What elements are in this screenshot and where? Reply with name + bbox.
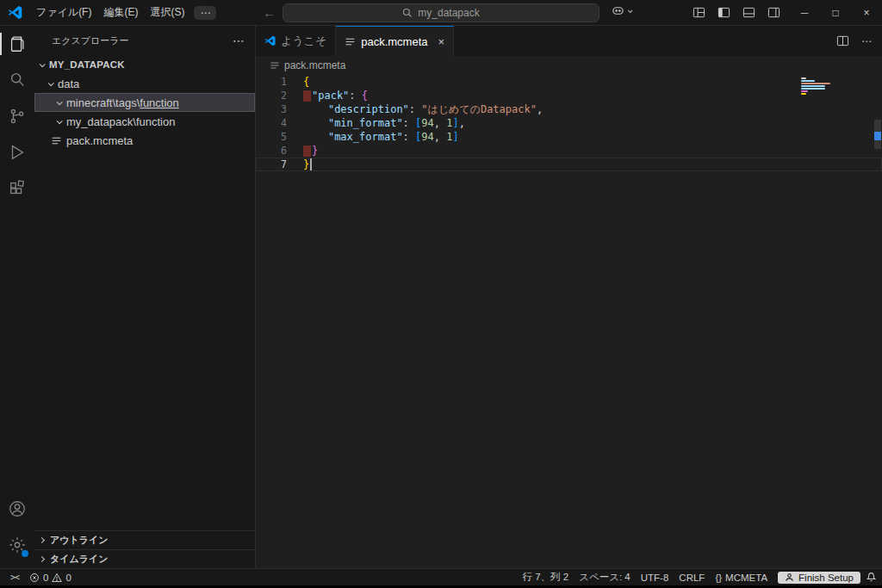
code-token [303, 103, 328, 115]
text-cursor [310, 158, 312, 170]
activity-bar-spacer [0, 207, 34, 491]
code-line[interactable]: 6} [256, 144, 882, 158]
code-line[interactable]: 1{ [256, 75, 882, 89]
minimap[interactable] [801, 77, 834, 96]
minimap-line [801, 80, 815, 82]
code-line[interactable]: 7} [256, 158, 882, 171]
code-token: "description" [328, 103, 409, 115]
code-token: : [349, 90, 361, 102]
copilot-button[interactable] [612, 4, 631, 17]
customize-layout-icon[interactable] [693, 6, 705, 19]
tab-pack-mcmeta[interactable]: pack.mcmeta × [336, 26, 454, 56]
breadcrumb[interactable]: pack.mcmeta [256, 56, 882, 75]
minimize-button[interactable]: ─ [789, 0, 820, 26]
language-mode[interactable]: {} MCMETA [710, 569, 773, 585]
minimap-line [801, 83, 830, 84]
line-content: { [287, 76, 309, 88]
source-control-icon[interactable] [0, 98, 34, 134]
maximize-button[interactable]: □ [820, 0, 851, 26]
account-icon[interactable] [0, 491, 34, 527]
code-token: } [312, 145, 318, 157]
line-number: 2 [256, 90, 287, 102]
toggle-panel-icon[interactable] [742, 6, 755, 19]
line-number: 6 [256, 145, 287, 157]
code-token: 94 [421, 117, 433, 129]
code-token: 1 [446, 131, 452, 143]
outline-section[interactable]: アウトライン [34, 530, 255, 549]
remote-indicator-icon[interactable]: >< [5, 569, 24, 585]
cursor-position[interactable]: 行 7、列 2 [517, 569, 574, 585]
code-token: , [459, 117, 465, 129]
eol-sequence[interactable]: CRLF [674, 569, 710, 585]
explorer-more-actions-icon[interactable]: ⋯ [233, 34, 245, 47]
extensions-icon[interactable] [0, 170, 34, 207]
explorer-icon[interactable] [0, 26, 34, 62]
tree-folder-data[interactable]: data [34, 74, 255, 93]
encoding[interactable]: UTF-8 [636, 569, 674, 585]
menu-overflow-icon[interactable]: ⋯ [194, 6, 216, 20]
editor-group: ようこそ pack.mcmeta × ⋯ pack.mcmeta 1{2"pac… [256, 26, 882, 568]
chevron-right-icon [39, 537, 45, 543]
chevron-down-icon [40, 61, 46, 67]
split-editor-icon[interactable] [836, 34, 849, 47]
code-editor[interactable]: 1{2"pack": {3 "description": "はじめてのDatap… [256, 75, 882, 568]
run-and-debug-icon[interactable] [0, 134, 34, 170]
copilot-icon [612, 4, 624, 17]
back-icon[interactable]: ← [263, 6, 275, 20]
code-line[interactable]: 3 "description": "はじめてのDatapack", [256, 102, 882, 116]
indentation[interactable]: スペース: 4 [574, 569, 636, 585]
tree-file-pack-mcmeta[interactable]: pack.mcmeta [34, 131, 255, 150]
line-content: "max_format": [94, 1] [287, 131, 459, 143]
tab-bar: ようこそ pack.mcmeta × ⋯ [256, 26, 882, 56]
code-token [303, 131, 328, 143]
code-token: 94 [421, 131, 433, 143]
code-line[interactable]: 2"pack": { [256, 89, 882, 102]
code-token: "pack" [312, 90, 349, 102]
notifications-bell-icon[interactable] [866, 572, 877, 583]
menu-file[interactable]: ファイル(F) [30, 5, 97, 20]
minimap-line [801, 77, 806, 79]
tree-folder-my-datapack-function[interactable]: my_datapack\function [34, 112, 255, 131]
code-lines: 1{2"pack": {3 "description": "はじめてのDatap… [256, 75, 882, 171]
menu-edit[interactable]: 編集(E) [97, 5, 144, 20]
code-line[interactable]: 5 "max_format": [94, 1] [256, 130, 882, 144]
tab-welcome[interactable]: ようこそ [256, 26, 336, 56]
close-window-button[interactable]: × [851, 0, 882, 26]
editor-more-actions-icon[interactable]: ⋯ [861, 35, 872, 47]
warning-icon [52, 573, 62, 583]
toggle-secondary-sidebar-icon[interactable] [767, 6, 780, 19]
code-token: "max_format" [328, 131, 403, 143]
chevron-right-icon [39, 556, 45, 562]
error-decoration [303, 90, 311, 102]
settings-gear-icon[interactable] [0, 527, 34, 563]
cursor-position-marker [874, 132, 881, 140]
status-bar: >< 0 0 行 7、列 2 スペース: 4 UTF-8 CRLF {} MCM… [0, 568, 882, 585]
code-token: 1 [446, 117, 452, 129]
line-content: } [287, 158, 312, 170]
finish-setup-button[interactable]: Finish Setup [778, 572, 860, 584]
overview-ruler[interactable] [873, 75, 882, 568]
toggle-sidebar-icon[interactable] [717, 6, 730, 19]
code-token: [ [415, 131, 421, 143]
line-number: 7 [256, 158, 287, 170]
sidebar-title: エクスプローラー [52, 34, 233, 47]
warning-count: 0 [65, 573, 71, 583]
file-icon [270, 60, 280, 71]
timeline-section[interactable]: タイムライン [34, 549, 255, 568]
minimap-line [801, 90, 808, 92]
tree-folder-minecraft-tags-function[interactable]: minecraft\tags\function [34, 93, 255, 112]
code-token: : [409, 103, 421, 115]
search-view-icon[interactable] [0, 62, 34, 98]
code-token [303, 117, 328, 129]
menu-selection[interactable]: 選択(S) [144, 5, 190, 20]
problems-indicator[interactable]: 0 0 [24, 569, 77, 585]
code-token: : [403, 131, 415, 143]
close-tab-icon[interactable]: × [438, 35, 445, 48]
code-token: { [303, 76, 309, 88]
code-line[interactable]: 4 "min_format": [94, 1], [256, 116, 882, 130]
tree-root-my-datapack[interactable]: MY_DATAPACK [34, 55, 255, 74]
minimap-line [801, 93, 806, 95]
command-center-search[interactable]: my_datapack [283, 3, 599, 22]
code-token: : [403, 117, 415, 129]
chevron-down-icon [628, 8, 633, 13]
